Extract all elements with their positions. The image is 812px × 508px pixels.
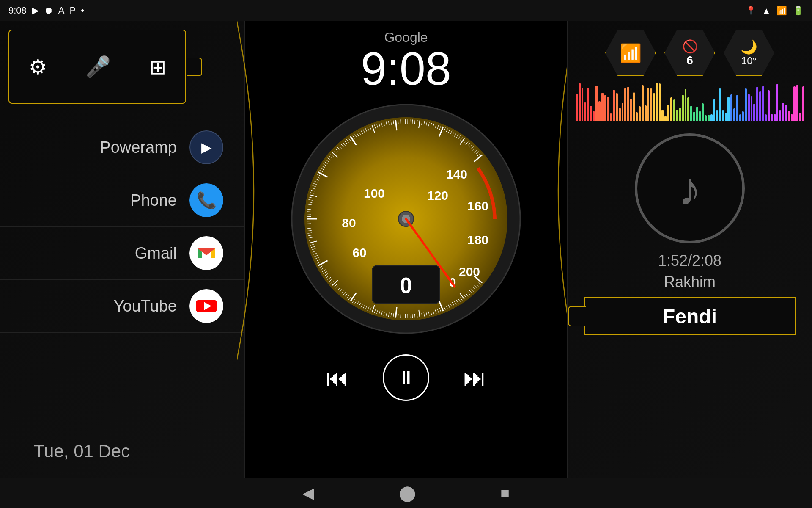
eq-bar bbox=[705, 115, 707, 121]
track-title: Fendi bbox=[663, 305, 717, 328]
eq-bar bbox=[676, 110, 678, 121]
svg-text:140: 140 bbox=[446, 167, 467, 181]
status-right-icons: 📍 ▲ 📶 🔋 bbox=[746, 6, 804, 16]
mic-icon[interactable]: 🎤 bbox=[85, 55, 111, 79]
eq-bar bbox=[679, 108, 681, 121]
phone-label: Phone bbox=[130, 191, 177, 210]
svg-text:0: 0 bbox=[400, 273, 412, 298]
next-button[interactable]: ⏭ bbox=[463, 364, 486, 391]
grid-icon[interactable]: ⊞ bbox=[149, 55, 166, 79]
status-bar: 9:08 ▶ ⏺ A P • 📍 ▲ 📶 🔋 bbox=[0, 0, 812, 21]
phone-icon[interactable]: 📞 bbox=[189, 183, 223, 217]
bottom-nav: ◀ ⬤ ■ bbox=[0, 478, 812, 508]
eq-bar bbox=[670, 97, 672, 121]
eq-bar bbox=[745, 88, 747, 121]
wifi-hex-icon[interactable]: 📶 bbox=[605, 30, 656, 76]
center-panel: Google 9:08 100 bbox=[245, 21, 567, 487]
svg-text:200: 200 bbox=[459, 265, 480, 279]
svg-text:60: 60 bbox=[352, 246, 366, 260]
eq-bar bbox=[710, 114, 713, 121]
location-icon: 📍 bbox=[746, 6, 756, 16]
track-artist: Rakhim bbox=[664, 273, 716, 291]
eq-bar bbox=[730, 94, 732, 121]
eq-bar bbox=[579, 83, 581, 121]
svg-text:80: 80 bbox=[342, 216, 356, 230]
a-icon: A bbox=[58, 5, 65, 16]
track-title-bar: Fendi bbox=[584, 297, 796, 335]
eq-bar bbox=[722, 110, 724, 121]
eq-bar bbox=[748, 94, 750, 121]
eq-bar bbox=[598, 101, 601, 121]
poweramp-play-btn[interactable]: ▶ bbox=[189, 130, 223, 164]
eq-bar bbox=[736, 95, 738, 121]
svg-text:180: 180 bbox=[467, 233, 488, 247]
eq-bar bbox=[799, 113, 801, 121]
eq-bar bbox=[607, 97, 609, 121]
eq-bar bbox=[751, 96, 753, 121]
eq-bar bbox=[796, 85, 798, 121]
eq-bar bbox=[633, 92, 635, 121]
phone-item[interactable]: Phone 📞 bbox=[0, 174, 244, 227]
speedometer: 100 80 60 40 20 0 120 140 160 180 200 0 bbox=[288, 100, 524, 337]
eq-bar bbox=[725, 113, 727, 121]
svg-line-55 bbox=[401, 314, 401, 318]
wind-value: 6 bbox=[686, 54, 693, 67]
gmail-label: Gmail bbox=[135, 244, 177, 262]
battery-icon: 🔋 bbox=[793, 6, 804, 16]
eq-bar bbox=[582, 88, 584, 121]
eq-bar bbox=[771, 114, 773, 121]
poweramp-item[interactable]: Poweramp ▶ bbox=[0, 121, 244, 174]
eq-bar bbox=[650, 88, 652, 121]
toolbar: ⚙ 🎤 ⊞ bbox=[8, 30, 186, 104]
eq-bar bbox=[661, 110, 664, 121]
home-button[interactable]: ⬤ bbox=[399, 484, 416, 502]
eq-bar bbox=[647, 88, 650, 121]
no-wifi-icon: 🚫 bbox=[682, 39, 698, 54]
eq-bar bbox=[584, 102, 586, 121]
stop-icon: ⏺ bbox=[44, 5, 53, 16]
eq-bar bbox=[653, 93, 655, 121]
eq-bar bbox=[690, 106, 692, 121]
eq-bar bbox=[739, 114, 741, 121]
youtube-label: YouTube bbox=[114, 297, 177, 315]
prev-button[interactable]: ⏮ bbox=[326, 364, 349, 391]
eq-bar bbox=[645, 105, 647, 121]
eq-bar bbox=[576, 94, 578, 121]
eq-bar bbox=[687, 97, 689, 121]
settings-icon[interactable]: ⚙ bbox=[29, 55, 47, 79]
youtube-item[interactable]: YouTube bbox=[0, 280, 244, 333]
eq-bar bbox=[619, 108, 621, 121]
eq-bar bbox=[667, 105, 669, 121]
top-right-icons: 📶 🚫6 🌙 10° bbox=[605, 30, 774, 76]
svg-line-179 bbox=[401, 119, 401, 124]
time-display: 9:08 bbox=[361, 45, 451, 92]
eq-bar bbox=[791, 114, 793, 121]
eq-bar bbox=[682, 95, 684, 121]
eq-bar bbox=[616, 93, 618, 121]
eq-bar bbox=[693, 112, 695, 121]
right-panel: 📶 🚫6 🌙 10° ♪ 1:52/2:08 Rakhim Fendi bbox=[567, 21, 812, 487]
signal-icon: 📶 bbox=[776, 6, 787, 16]
music-controls: ⏮ ⏸ ⏭ bbox=[326, 354, 486, 401]
music-note-circle: ♪ bbox=[635, 133, 745, 243]
eq-bar bbox=[664, 116, 667, 121]
poweramp-label: Poweramp bbox=[100, 138, 177, 157]
youtube-icon[interactable] bbox=[189, 289, 223, 323]
back-button[interactable]: ◀ bbox=[302, 484, 314, 502]
svg-text:120: 120 bbox=[427, 188, 448, 202]
eq-bar bbox=[696, 107, 698, 121]
gmail-item[interactable]: Gmail bbox=[0, 227, 244, 280]
recent-button[interactable]: ■ bbox=[500, 484, 510, 502]
eq-bar bbox=[699, 111, 701, 121]
eq-bar bbox=[759, 91, 761, 121]
eq-bar bbox=[642, 85, 644, 121]
eq-bar bbox=[762, 86, 764, 121]
pause-button[interactable]: ⏸ bbox=[383, 354, 429, 401]
wifi-icon: 📶 bbox=[620, 43, 642, 64]
music-note-icon: ♪ bbox=[678, 162, 702, 215]
gmail-icon[interactable] bbox=[189, 236, 223, 270]
p-icon: P bbox=[70, 5, 76, 16]
equalizer bbox=[576, 83, 804, 121]
eq-bar bbox=[673, 99, 675, 121]
eq-bar bbox=[595, 86, 598, 121]
